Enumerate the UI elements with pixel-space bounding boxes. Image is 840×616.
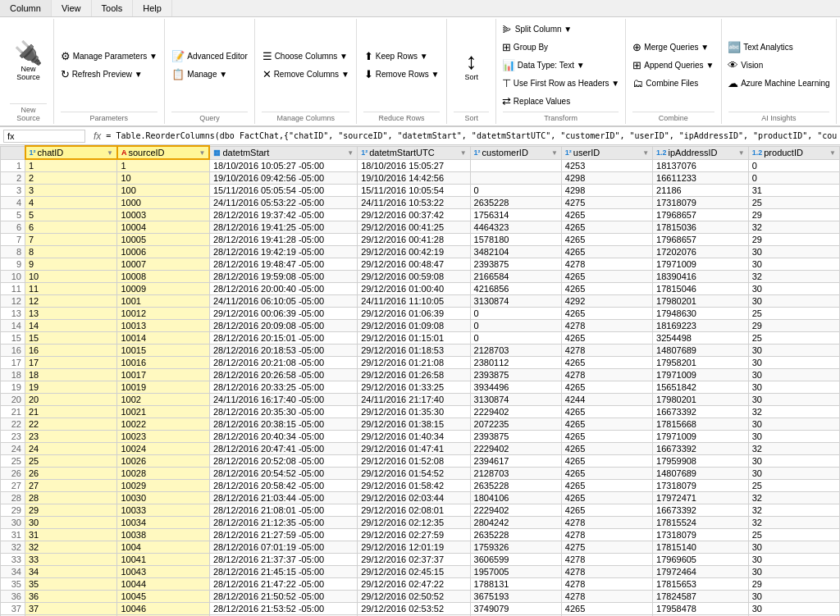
table-row[interactable]: 15151001428/12/2016 20:15:01 -05:0029/12… — [1, 332, 840, 345]
customerid-col-name: customerID — [482, 148, 550, 157]
tab-view[interactable]: View — [52, 0, 92, 16]
table-row[interactable]: 991000728/12/2016 19:48:47 -05:0029/12/2… — [1, 258, 840, 271]
cell-sourceid: 10033 — [117, 504, 209, 517]
table-row[interactable]: 35351004428/12/2016 21:47:22 -05:0029/12… — [1, 578, 840, 591]
table-row[interactable]: 22221002228/12/2016 20:38:15 -05:0029/12… — [1, 418, 840, 431]
cell-productid: 30 — [748, 418, 839, 431]
manage-parameters-button[interactable]: ⚙ Manage Parameters ▼ — [57, 48, 162, 65]
table-row[interactable]: 19191001928/12/2016 20:33:25 -05:0029/12… — [1, 381, 840, 394]
table-row[interactable]: 33331004128/12/2016 21:37:37 -05:0029/12… — [1, 554, 840, 566]
tab-column[interactable]: Column — [0, 0, 52, 16]
table-row[interactable]: 23231002328/12/2016 20:40:34 -05:0029/12… — [1, 431, 840, 443]
table-row[interactable]: 3310015/11/2016 05:05:54 -05:0015/11/201… — [1, 185, 840, 197]
cell-userid: 4265 — [561, 443, 652, 455]
data-grid-wrapper[interactable]: 1² chatID ▼ A sourceID ▼ ▦ datetmSta — [0, 145, 840, 616]
col-header-datetmstartutc[interactable]: 1² datetmStartUTC ▼ — [358, 146, 470, 159]
table-row[interactable]: 21211002128/12/2016 20:35:30 -05:0029/12… — [1, 406, 840, 418]
row-number: 31 — [1, 529, 25, 541]
text-analytics-button[interactable]: 🔤 Text Analytics — [724, 39, 833, 56]
table-row[interactable]: 551000328/12/2016 19:37:42 -05:0029/12/2… — [1, 209, 840, 221]
table-row[interactable]: 29291003328/12/2016 21:08:01 -05:0029/12… — [1, 504, 840, 517]
table-row[interactable]: 221019/10/2016 09:42:56 -05:0019/10/2016… — [1, 172, 840, 185]
tab-help[interactable]: Help — [133, 0, 172, 16]
table-row[interactable]: 11111000928/12/2016 20:00:40 -05:0029/12… — [1, 283, 840, 295]
cell-sourceid: 1000 — [117, 197, 209, 209]
col-header-sourceid[interactable]: A sourceID ▼ — [117, 146, 209, 159]
table-row[interactable]: 881000628/12/2016 19:42:19 -05:0029/12/2… — [1, 246, 840, 258]
advanced-editor-button[interactable]: 📝 Advanced Editor — [167, 48, 251, 65]
col-header-ipaddressid[interactable]: 1.2 ipAddressID ▼ — [653, 146, 749, 159]
table-row[interactable]: 3232100428/12/2016 07:01:19 -05:0029/12/… — [1, 541, 840, 554]
table-row[interactable]: 27271002928/12/2016 20:58:42 -05:0029/12… — [1, 480, 840, 492]
vision-button[interactable]: 👁 Vision — [724, 57, 833, 74]
userid-filter-icon[interactable]: ▼ — [642, 149, 649, 157]
table-row[interactable]: 31311003828/12/2016 21:27:59 -05:0029/12… — [1, 529, 840, 541]
table-row[interactable]: 34341004328/12/2016 21:45:15 -05:0029/12… — [1, 566, 840, 578]
table-row[interactable]: 36361004528/12/2016 21:50:52 -05:0029/12… — [1, 591, 840, 603]
group-by-button[interactable]: ⊞ Group By — [498, 39, 623, 56]
new-source-button[interactable]: 🔌 NewSource — [8, 39, 48, 84]
chatid-filter-icon[interactable]: ▼ — [107, 149, 113, 157]
table-row[interactable]: 26261002828/12/2016 20:54:52 -05:0029/12… — [1, 468, 840, 480]
table-row[interactable]: 28281003028/12/2016 21:03:44 -05:0029/12… — [1, 492, 840, 504]
replace-values-button[interactable]: ⇄ Replace Values — [498, 93, 623, 110]
table-row[interactable]: 771000528/12/2016 19:41:28 -05:0029/12/2… — [1, 234, 840, 246]
refresh-preview-button[interactable]: ↻ Refresh Preview ▼ — [57, 66, 162, 83]
cell-productid: 30 — [748, 394, 839, 406]
table-row[interactable]: 13131001229/12/2016 00:06:39 -05:0029/12… — [1, 308, 840, 320]
data-type-button[interactable]: 📊 Data Type: Text ▼ — [498, 57, 623, 74]
cell-customerid: 2635228 — [470, 529, 561, 541]
first-row-header-button[interactable]: ⊤ Use First Row as Headers ▼ — [498, 75, 623, 92]
remove-rows-button[interactable]: ⬇ Remove Rows ▼ — [360, 66, 444, 83]
merge-queries-label: Merge Queries ▼ — [644, 43, 709, 52]
split-column-button[interactable]: ⫸ Split Column ▼ — [498, 21, 623, 38]
col-header-chatid[interactable]: 1² chatID ▼ — [25, 146, 117, 159]
table-row[interactable]: 17171001628/12/2016 20:21:08 -05:0029/12… — [1, 357, 840, 369]
productid-filter-icon[interactable]: ▼ — [829, 149, 836, 157]
col-header-datetmstart[interactable]: ▦ datetmStart ▼ — [209, 146, 357, 159]
datetmutc-filter-icon[interactable]: ▼ — [460, 149, 467, 157]
table-row[interactable]: 11118/10/2016 10:05:27 -05:0018/10/2016 … — [1, 159, 840, 172]
table-row[interactable]: 24241002428/12/2016 20:47:41 -05:0029/12… — [1, 443, 840, 455]
name-box[interactable]: fx — [3, 130, 85, 143]
table-row[interactable]: 37371004628/12/2016 21:53:52 -05:0029/12… — [1, 603, 840, 615]
azure-ml-button[interactable]: ☁ Azure Machine Learning — [724, 75, 833, 92]
choose-columns-button[interactable]: ☰ Choose Columns ▼ — [258, 48, 354, 65]
table-row[interactable]: 18181001728/12/2016 20:26:58 -05:0029/12… — [1, 369, 840, 381]
ipaddressid-filter-icon[interactable]: ▼ — [738, 149, 745, 157]
table-row[interactable]: 44100024/11/2016 05:53:22 -05:0024/11/20… — [1, 197, 840, 209]
cell-sourceid: 10004 — [117, 221, 209, 234]
col-header-userid[interactable]: 1² userID ▼ — [561, 146, 652, 159]
tab-tools[interactable]: Tools — [92, 0, 134, 16]
remove-columns-button[interactable]: ✕ Remove Columns ▼ — [258, 66, 354, 83]
col-header-productid[interactable]: 1.2 productID ▼ — [748, 146, 839, 159]
row-number: 19 — [1, 381, 25, 394]
manage-button[interactable]: 📋 Manage ▼ — [167, 66, 251, 83]
row-number: 20 — [1, 394, 25, 406]
table-row[interactable]: 661000428/12/2016 19:41:25 -05:0029/12/2… — [1, 221, 840, 234]
table-row[interactable]: 30301003428/12/2016 21:12:35 -05:0029/12… — [1, 517, 840, 529]
datetm-filter-icon[interactable]: ▼ — [347, 149, 354, 157]
sort-button[interactable]: ↕ Sort — [459, 48, 484, 84]
col-mgmt-buttons: ☰ Choose Columns ▼ ✕ Remove Columns ▼ — [258, 48, 354, 83]
append-queries-button[interactable]: ⊞ Append Queries ▼ — [628, 57, 718, 74]
table-row[interactable]: 10101000828/12/2016 19:59:08 -05:0029/12… — [1, 271, 840, 283]
row-number: 26 — [1, 468, 25, 480]
table-row[interactable]: 25251002628/12/2016 20:52:08 -05:0029/12… — [1, 455, 840, 468]
group-buttons: ↕ Sort — [459, 21, 484, 110]
manage-params-label: Manage Parameters ▼ — [73, 52, 158, 61]
col-header-customerid[interactable]: 1² customerID ▼ — [470, 146, 561, 159]
table-row[interactable]: 16161001528/12/2016 20:18:53 -05:0029/12… — [1, 345, 840, 357]
sourceid-filter-icon[interactable]: ▼ — [199, 149, 206, 157]
combine-files-button[interactable]: 🗂 Combine Files — [628, 75, 718, 92]
table-row[interactable]: 14141001328/12/2016 20:09:08 -05:0029/12… — [1, 320, 840, 332]
cell-productid: 30 — [748, 455, 839, 468]
cell-datetmstart: 29/12/2016 00:06:39 -05:00 — [209, 308, 357, 320]
keep-rows-button[interactable]: ⬆ Keep Rows ▼ — [360, 48, 444, 65]
customerid-filter-icon[interactable]: ▼ — [551, 149, 558, 157]
merge-queries-button[interactable]: ⊕ Merge Queries ▼ — [628, 39, 718, 56]
cell-userid: 4275 — [561, 541, 652, 554]
table-row[interactable]: 1212100124/11/2016 06:10:05 -05:0024/11/… — [1, 295, 840, 308]
cell-userid: 4278 — [561, 566, 652, 578]
table-row[interactable]: 2020100224/11/2016 16:17:40 -05:0024/11/… — [1, 394, 840, 406]
